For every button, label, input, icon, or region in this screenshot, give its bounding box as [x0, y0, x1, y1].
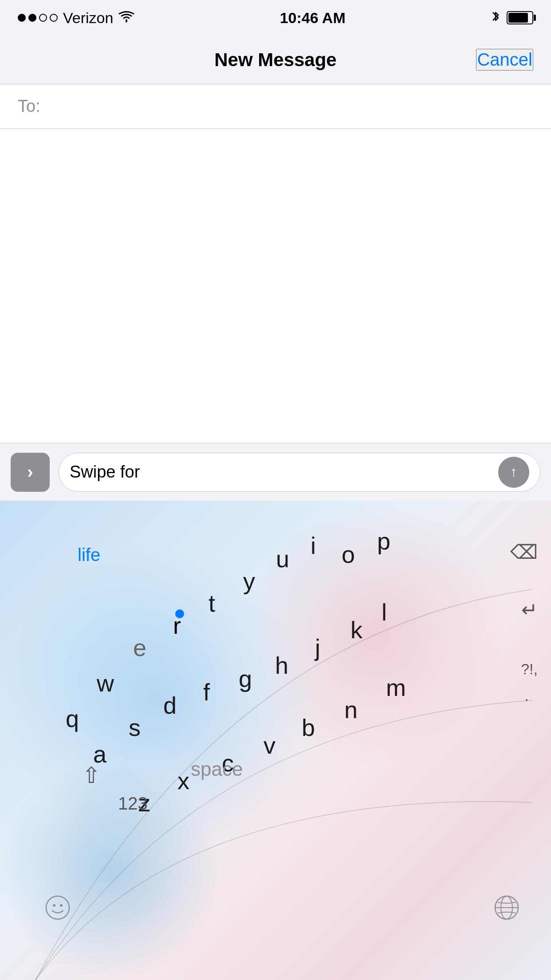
key-b[interactable]: b — [302, 714, 315, 741]
page-title: New Message — [214, 49, 336, 71]
key-v[interactable]: v — [264, 731, 275, 759]
globe-key[interactable] — [493, 894, 520, 927]
to-label: To: — [18, 97, 40, 116]
key-x[interactable]: x — [177, 767, 189, 794]
nav-bar: New Message Cancel — [0, 36, 551, 84]
key-h[interactable]: h — [275, 652, 288, 679]
battery-fill — [508, 13, 528, 23]
key-q[interactable]: q — [66, 705, 79, 732]
emoji-key[interactable] — [44, 894, 71, 927]
backspace-key[interactable]: ⌫ — [510, 541, 538, 563]
punctuation-key[interactable]: ?!, — [521, 660, 538, 678]
signal-dot-2 — [28, 14, 36, 22]
key-f[interactable]: f — [203, 678, 209, 706]
key-l[interactable]: l — [382, 598, 386, 626]
signal-dot-3 — [39, 14, 47, 22]
shift-key[interactable]: ⇧ — [82, 763, 101, 788]
status-left: Verizon — [18, 9, 134, 27]
key-g[interactable]: g — [239, 665, 252, 692]
key-y[interactable]: y — [243, 567, 255, 595]
key-w[interactable]: w — [97, 669, 114, 697]
signal-dot-1 — [18, 14, 26, 22]
key-k[interactable]: k — [350, 616, 362, 644]
expand-icon: › — [27, 462, 33, 482]
key-123[interactable]: 123 — [118, 794, 148, 814]
to-input[interactable] — [45, 97, 533, 116]
key-j[interactable]: j — [315, 634, 320, 661]
key-t[interactable]: t — [209, 589, 215, 617]
wifi-icon — [118, 10, 134, 26]
return-key[interactable]: ↵ — [521, 598, 538, 621]
key-s[interactable]: s — [129, 714, 140, 741]
carrier-label: Verizon — [63, 9, 113, 27]
svg-point-2 — [60, 904, 63, 907]
key-p[interactable]: p — [377, 527, 390, 555]
svg-point-0 — [46, 896, 69, 919]
cancel-button[interactable]: Cancel — [476, 49, 533, 71]
message-input-container[interactable]: ↑ — [59, 453, 540, 492]
key-r[interactable]: r — [173, 612, 181, 639]
key-u[interactable]: u — [276, 545, 289, 573]
expand-button[interactable]: › — [11, 453, 50, 492]
message-input[interactable] — [70, 462, 498, 482]
keyboard-area: life p o i u y t r e w q l k j h g f d s… — [0, 501, 551, 980]
signal-dot-4 — [50, 14, 58, 22]
status-right — [491, 9, 533, 27]
signal-dots — [18, 14, 58, 22]
key-d[interactable]: d — [163, 692, 176, 719]
key-i[interactable]: i — [311, 532, 315, 559]
status-bar: Verizon 10:46 AM — [0, 0, 551, 36]
key-dot-indicator — [175, 609, 184, 618]
key-m[interactable]: m — [386, 674, 405, 701]
space-key[interactable]: space — [191, 758, 243, 780]
to-field[interactable]: To: — [0, 84, 551, 129]
send-icon: ↑ — [510, 464, 517, 480]
input-bar: › ↑ — [0, 443, 551, 501]
key-n[interactable]: n — [344, 696, 357, 723]
suggestion-life[interactable]: life — [78, 545, 100, 565]
key-o[interactable]: o — [342, 541, 354, 568]
arc-lines — [0, 501, 551, 980]
svg-point-1 — [53, 904, 55, 907]
send-button[interactable]: ↑ — [498, 457, 529, 488]
key-e[interactable]: e — [133, 634, 146, 661]
status-time: 10:46 AM — [280, 9, 346, 27]
bluetooth-icon — [491, 9, 500, 27]
period-key[interactable]: . — [525, 687, 529, 704]
battery-icon — [507, 11, 533, 24]
